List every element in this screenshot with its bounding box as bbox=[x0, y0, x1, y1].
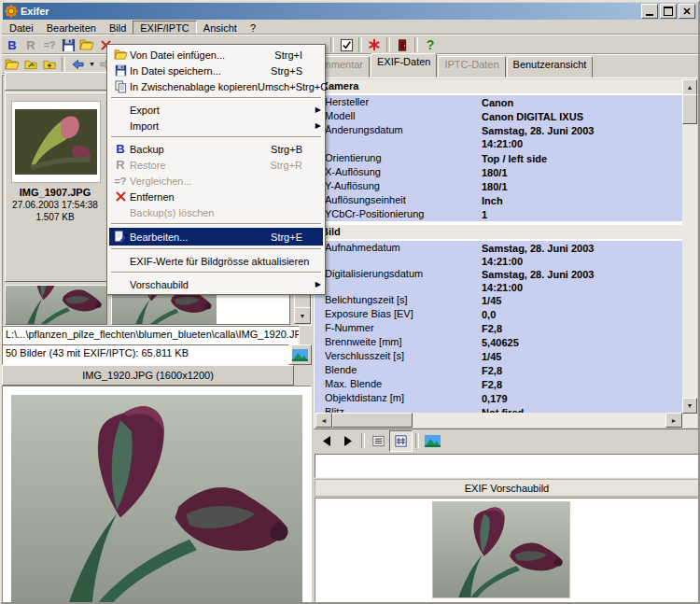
exif-label: Orientierung bbox=[315, 151, 482, 165]
open-folder-button[interactable] bbox=[3, 55, 21, 73]
detail-view-button[interactable] bbox=[389, 430, 413, 452]
exif-row: Objektdistanz [m]0,179 bbox=[315, 391, 682, 405]
thumbnail-cell-selected[interactable]: IMG_1907.JPG 27.06.2003 17:54:38 1.507 K… bbox=[5, 92, 107, 282]
menu-item-label: Backup bbox=[130, 144, 271, 155]
title-bar: Exifer bbox=[3, 3, 697, 20]
compare-icon: =? bbox=[111, 174, 130, 188]
options-check-button[interactable] bbox=[337, 36, 356, 54]
exif-row: BlitzNot fired bbox=[315, 405, 682, 413]
grid-icon bbox=[394, 434, 408, 448]
view-mode-button[interactable] bbox=[288, 344, 312, 365]
menu-item-backups-loeschen[interactable]: Backup(s) löschen bbox=[109, 204, 323, 220]
maximize-button[interactable] bbox=[660, 4, 677, 19]
menu-item-label: Import bbox=[130, 120, 314, 132]
status-bar: 50 Bilder (43 mit EXIF/IPTC): 65.811 KB bbox=[2, 344, 292, 365]
compare-button[interactable]: =? bbox=[40, 36, 59, 54]
exit-door-icon bbox=[397, 38, 409, 52]
wizard-button[interactable] bbox=[365, 36, 384, 54]
exif-row: Belichtungszeit [s]1/45 bbox=[315, 293, 682, 307]
toolbar-separator bbox=[358, 37, 362, 52]
thumbnail-cell-partial[interactable] bbox=[5, 72, 107, 91]
scroll-track[interactable] bbox=[413, 413, 665, 428]
exif-horizontal-scrollbar[interactable]: ◄ ► bbox=[315, 413, 682, 428]
section-header-kamera: Kamera bbox=[315, 79, 682, 95]
refresh-folder-button[interactable] bbox=[21, 55, 40, 73]
backup-b-icon: B bbox=[111, 142, 130, 156]
folder-open-icon bbox=[79, 38, 94, 51]
tab-bar: Kommentar EXIF-Daten IPTC-Daten Benutzer… bbox=[314, 57, 594, 77]
menu-item-restore[interactable]: R Restore Strg+R bbox=[109, 157, 323, 173]
folder-up-button[interactable] bbox=[40, 55, 59, 73]
menu-item-export[interactable]: Export ▶ bbox=[109, 102, 323, 118]
scroll-up-button[interactable]: ▲ bbox=[682, 79, 697, 95]
thumbnail-cell[interactable] bbox=[5, 285, 107, 325]
exif-preview-panel bbox=[315, 498, 699, 602]
back-dropdown-button[interactable]: ▼ bbox=[87, 61, 97, 67]
close-button[interactable] bbox=[679, 4, 695, 19]
app-icon bbox=[5, 5, 18, 18]
menu-item-label: Export bbox=[130, 105, 314, 116]
menubar-item-datei[interactable]: Datei bbox=[3, 21, 40, 35]
scroll-thumb[interactable] bbox=[332, 413, 413, 428]
menu-item-vergleichen[interactable]: =? Vergleichen... bbox=[109, 173, 323, 189]
backup-button[interactable]: B bbox=[3, 36, 21, 54]
tab-benutzeransicht[interactable]: Benutzeransicht bbox=[507, 56, 594, 77]
previous-image-button[interactable] bbox=[315, 431, 337, 451]
exit-button[interactable] bbox=[393, 36, 412, 54]
scroll-down-button[interactable]: ▼ bbox=[682, 398, 697, 414]
next-image-button[interactable] bbox=[337, 431, 358, 451]
menubar-item-help[interactable]: ? bbox=[244, 21, 262, 35]
arrow-left-icon bbox=[71, 59, 85, 70]
exif-label: Exposure Bias [EV] bbox=[315, 307, 482, 321]
menubar-item-bearbeiten[interactable]: Bearbeiten bbox=[40, 21, 103, 35]
exif-value: F2,8 bbox=[482, 377, 502, 391]
menu-item-label: Restore bbox=[130, 160, 270, 171]
menu-item-exif-werte-aktualisieren[interactable]: EXIF-Werte für Bildgrösse aktualisieren bbox=[109, 253, 323, 269]
scroll-down-button[interactable]: ▼ bbox=[294, 307, 311, 324]
menu-item-vorschaubild[interactable]: Vorschaubild ▶ bbox=[109, 276, 323, 292]
exif-value: Samstag, 28. Juni 2003 14:21:00 bbox=[482, 267, 594, 293]
menu-item-backup[interactable]: B Backup Strg+B bbox=[109, 141, 323, 157]
exif-label: X-Auflösung bbox=[315, 165, 482, 179]
exif-row: F-NummerF2,8 bbox=[315, 321, 682, 335]
exif-label: YCbCr-Positionierung bbox=[315, 207, 482, 221]
exif-vertical-scrollbar[interactable]: ▲ ▼ bbox=[682, 79, 697, 428]
preview-toggle-button[interactable] bbox=[422, 431, 443, 451]
exif-preview-header: EXIF Vorschaubild bbox=[315, 479, 699, 497]
open-button[interactable] bbox=[77, 36, 96, 54]
scroll-thumb[interactable] bbox=[682, 94, 697, 124]
help-button[interactable]: ? bbox=[421, 36, 440, 54]
submenu-arrow-icon: ▶ bbox=[314, 280, 321, 288]
menu-item-von-datei-einfuegen[interactable]: Von Datei einfügen... Strg+I bbox=[109, 47, 323, 63]
scroll-right-button[interactable]: ► bbox=[665, 413, 682, 428]
menu-item-bearbeiten[interactable]: Bearbeiten... Strg+E bbox=[109, 228, 323, 246]
exif-value: F2,8 bbox=[482, 363, 502, 377]
menu-item-label: Entfernen bbox=[130, 191, 314, 203]
tab-exif-daten[interactable]: EXIF-Daten bbox=[371, 53, 437, 77]
menu-item-in-datei-speichern[interactable]: In Datei speichern... Strg+S bbox=[109, 63, 323, 78]
restore-button[interactable]: R bbox=[21, 36, 40, 54]
menu-item-import[interactable]: Import ▶ bbox=[109, 118, 323, 133]
list-view-button[interactable] bbox=[368, 431, 389, 451]
exif-label: Änderungsdatum bbox=[315, 123, 482, 149]
menu-item-in-zwischenablage-kopieren[interactable]: In Zwischenablage kopieren Umsch+Strg+C bbox=[109, 78, 323, 94]
list-icon bbox=[371, 434, 385, 448]
exif-label: Objektdistanz [m] bbox=[315, 391, 482, 405]
exif-value: 180/1 bbox=[482, 179, 508, 193]
copy-icon bbox=[111, 79, 130, 93]
menubar-item-ansicht[interactable]: Ansicht bbox=[197, 21, 244, 35]
menu-separator bbox=[111, 272, 321, 274]
save-button[interactable] bbox=[59, 36, 77, 54]
menu-item-label: EXIF-Werte für Bildgrösse aktualisieren bbox=[130, 256, 314, 267]
menu-item-entfernen[interactable]: Entfernen bbox=[109, 189, 323, 204]
image-icon bbox=[425, 435, 441, 447]
menubar-item-bild[interactable]: Bild bbox=[103, 21, 133, 35]
exif-row: Exposure Bias [EV]0,0 bbox=[315, 307, 682, 321]
back-button[interactable] bbox=[68, 55, 87, 73]
scroll-left-button[interactable]: ◄ bbox=[315, 413, 332, 428]
checkbox-icon bbox=[340, 38, 354, 52]
minimize-button[interactable] bbox=[641, 4, 658, 19]
tab-iptc-daten[interactable]: IPTC-Daten bbox=[438, 56, 505, 77]
exif-label: F-Nummer bbox=[315, 321, 482, 335]
save-icon bbox=[62, 38, 76, 52]
